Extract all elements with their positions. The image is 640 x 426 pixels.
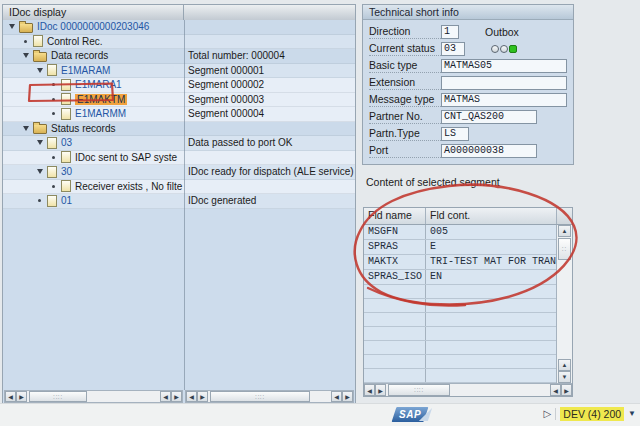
segment-row-maktx[interactable]: MAKTXTRI-TEST MAT FOR TRANSFE — [364, 255, 556, 270]
scroll-track: ∷∷ — [386, 384, 550, 396]
document-icon — [33, 35, 43, 47]
tree-hscrollbar-right[interactable]: ◀ ▶ ∷∷ ◀ ▶ — [185, 390, 354, 403]
expander-icon[interactable] — [37, 140, 43, 145]
green-light-icon — [509, 45, 517, 53]
system-session-field[interactable]: DEV (4) 200 — [560, 407, 624, 421]
tree-row-control-rec[interactable]: Control Rec. — [3, 35, 355, 50]
scroll-down-icon[interactable]: ▼ — [558, 371, 571, 383]
tree-node-label[interactable]: IDoc 0000000000203046 — [37, 21, 149, 32]
scroll-left-icon[interactable]: ◀ — [364, 384, 375, 396]
tree-panel-header-right — [184, 5, 355, 20]
scroll-left-icon[interactable]: ◀ — [160, 391, 171, 402]
field-label: Port — [369, 144, 441, 158]
partn-type-field[interactable]: LS — [441, 127, 469, 141]
segment-row-spras-iso[interactable]: SPRAS_ISOEN — [364, 270, 556, 285]
segment-row-msgfn[interactable]: MSGFN005 — [364, 225, 556, 240]
tree-node-label[interactable]: E1MAKTM — [75, 94, 127, 105]
expander-icon[interactable] — [23, 53, 29, 58]
scroll-right-icon[interactable]: ▶ — [342, 391, 353, 402]
scroll-thumb[interactable]: ∷∷ — [388, 384, 450, 396]
expander-icon[interactable] — [9, 24, 15, 29]
tree-row-status-records[interactable]: Status records — [3, 122, 355, 137]
tree-row-e1maram[interactable]: E1MARAMSegment 000001 — [3, 64, 355, 79]
tree-panel-header: IDoc display — [3, 5, 355, 21]
scroll-right-icon[interactable]: ▶ — [561, 384, 572, 396]
segment-empty-row — [364, 327, 556, 341]
scroll-left-icon[interactable]: ◀ — [331, 391, 342, 402]
technical-short-info-title: Technical short info — [363, 5, 573, 20]
tree-node-label[interactable]: E1MARAM — [61, 65, 110, 76]
tree-indent — [3, 84, 49, 85]
tree-row-03[interactable]: 03Data passed to port OK — [3, 136, 355, 151]
tree-node-label: Control Rec. — [47, 36, 103, 47]
tree-row-data-records[interactable]: Data recordsTotal number: 000004 — [3, 49, 355, 64]
tree-node: Status records — [3, 122, 184, 136]
status-expand-icon[interactable]: ▷ — [544, 409, 552, 419]
segment-rows: MSGFN005SPRASEMAKTXTRI-TEST MAT FOR TRAN… — [364, 225, 556, 383]
scroll-right-icon[interactable]: ▶ — [197, 391, 208, 402]
scroll-thumb[interactable]: ∷ — [558, 238, 571, 260]
scroll-thumb[interactable]: ∷∷ — [29, 391, 87, 402]
extension-field[interactable] — [441, 76, 567, 90]
fld-cont-cell — [426, 313, 556, 326]
tree-node: E1MARA1 — [3, 78, 184, 92]
tree-node: E1MARAM — [3, 64, 184, 78]
tree-row-e1mara1[interactable]: E1MARA1Segment 000002 — [3, 78, 355, 93]
segment-empty-row — [364, 341, 556, 355]
scroll-right-icon[interactable]: ▶ — [171, 391, 182, 402]
tree-indent — [3, 171, 35, 172]
scroll-thumb[interactable]: ∷∷ — [210, 391, 310, 402]
tree-node-label[interactable]: E1MARMM — [75, 108, 126, 119]
tree-row-e1marmm[interactable]: E1MARMMSegment 000004 — [3, 107, 355, 122]
tree-row-30[interactable]: 30IDoc ready for dispatch (ALE service) — [3, 165, 355, 180]
direction-text: Outbox — [485, 26, 519, 38]
column-header-fld-cont[interactable]: Fld cont. — [426, 208, 556, 224]
fld-cont-cell — [426, 285, 556, 298]
basic-type-field[interactable]: MATMAS05 — [441, 59, 567, 73]
scroll-right-icon[interactable]: ▶ — [375, 384, 386, 396]
sap-logo-text: SAP — [399, 409, 421, 420]
expander-icon[interactable] — [37, 68, 43, 73]
tree-node-label[interactable]: 01 — [61, 195, 72, 206]
tree-hscrollbar-left[interactable]: ◀ ▶ ∷∷ ◀ ▶ — [4, 390, 183, 403]
scroll-left-icon[interactable]: ◀ — [186, 391, 197, 402]
field-label: Message type — [369, 93, 441, 107]
tree-row-idoc-0000000000203046[interactable]: IDoc 0000000000203046 — [3, 20, 355, 35]
document-icon — [61, 108, 71, 120]
tree-row-idoc-sent-to-sap-syste[interactable]: IDoc sent to SAP syste — [3, 151, 355, 166]
tree-row-receiver-exists-no-filte[interactable]: Receiver exists , No filte — [3, 180, 355, 195]
tree-node-label[interactable]: 03 — [61, 137, 72, 148]
tree-node-label[interactable]: 30 — [61, 166, 72, 177]
scroll-right-icon[interactable]: ▶ — [16, 391, 27, 402]
tree-column-divider[interactable] — [184, 20, 185, 390]
expander-icon[interactable] — [23, 126, 29, 131]
technical-short-info-fields: Direction1OutboxCurrent status03Basic ty… — [363, 20, 573, 160]
segment-row-spras[interactable]: SPRASE — [364, 240, 556, 255]
segment-hscrollbar[interactable]: ◀ ▶ ∷∷ ◀ ▶ — [364, 383, 572, 396]
message-type-field[interactable]: MATMAS — [441, 93, 567, 107]
tree-row-e1maktm[interactable]: E1MAKTMSegment 000003 — [3, 93, 355, 108]
chevron-down-icon[interactable]: ▼ — [628, 410, 636, 418]
direction-field[interactable]: 1 — [441, 25, 459, 39]
fld-cont-cell: 005 — [426, 225, 556, 239]
tree-row-01[interactable]: 01IDoc generated — [3, 194, 355, 209]
technical-short-info-panel: Technical short info Direction1OutboxCur… — [362, 4, 574, 165]
tree-node-detail: Segment 000003 — [184, 94, 355, 105]
expander-icon[interactable] — [37, 169, 43, 174]
grey-light-icon — [491, 45, 499, 53]
current-status-field[interactable]: 03 — [441, 42, 465, 56]
scroll-up-icon[interactable]: ▲ — [558, 359, 571, 371]
idoc-tree-panel: IDoc display IDoc 0000000000203046Contro… — [2, 4, 356, 404]
tree-node-label: Receiver exists , No filte — [75, 181, 182, 192]
segment-vscrollbar[interactable]: ▲ ∷ ▲ ▼ — [556, 225, 572, 383]
port-field[interactable]: A000000038 — [441, 144, 537, 158]
segment-empty-row — [364, 285, 556, 299]
sap-logo: SAP — [392, 407, 429, 422]
scroll-track — [557, 261, 572, 359]
tree-node-label[interactable]: E1MARA1 — [75, 79, 122, 90]
scroll-left-icon[interactable]: ◀ — [550, 384, 561, 396]
scroll-left-icon[interactable]: ◀ — [5, 391, 16, 402]
column-header-fld-name[interactable]: Fld name — [364, 208, 426, 224]
partner-no-field[interactable]: CNT_QAS200 — [441, 110, 537, 124]
scroll-up-icon[interactable]: ▲ — [558, 225, 571, 237]
